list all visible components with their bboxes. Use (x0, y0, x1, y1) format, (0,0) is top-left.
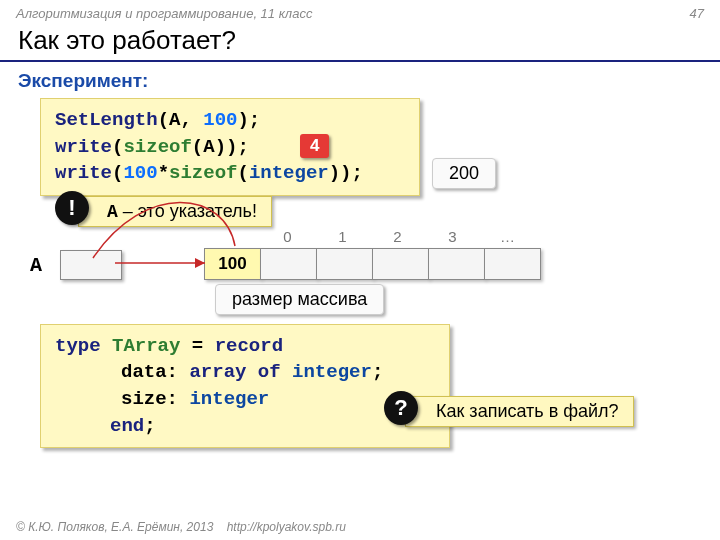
slide-subtitle: Эксперимент: (0, 68, 720, 98)
cell (372, 248, 429, 280)
var-label: A (30, 254, 42, 277)
slide-footer: © К.Ю. Поляков, Е.А. Ерёмин, 2013 http:/… (16, 520, 346, 534)
course-label: Алгоритмизация и программирование, 11 кл… (16, 6, 312, 21)
cell (428, 248, 485, 280)
code-block-1: SetLength(A, 100); write(sizeof(A)); wri… (40, 98, 420, 196)
memory-diagram: A 0 1 2 3 … 100 размер массива (40, 218, 720, 296)
question-icon: ? (384, 391, 418, 425)
result-badge-4: 4 (300, 134, 329, 158)
pointer-box (60, 250, 122, 280)
memory-cells: 100 (205, 248, 541, 280)
code-block-2: type TArray = record data: array of inte… (40, 324, 450, 448)
index-row: 0 1 2 3 … (260, 228, 535, 245)
result-badge-200: 200 (432, 158, 496, 189)
cell-size: 100 (204, 248, 261, 280)
question-note: Как записать в файл? (405, 396, 634, 427)
exclamation-icon: ! (55, 191, 89, 225)
footer-url: http://kpolyakov.spb.ru (227, 520, 346, 534)
cell (316, 248, 373, 280)
page-number: 47 (690, 6, 704, 21)
cell (484, 248, 541, 280)
slide-header: Алгоритмизация и программирование, 11 кл… (0, 0, 720, 23)
array-size-label: размер массива (215, 284, 384, 315)
slide-title: Как это работает? (0, 23, 720, 62)
cell (260, 248, 317, 280)
